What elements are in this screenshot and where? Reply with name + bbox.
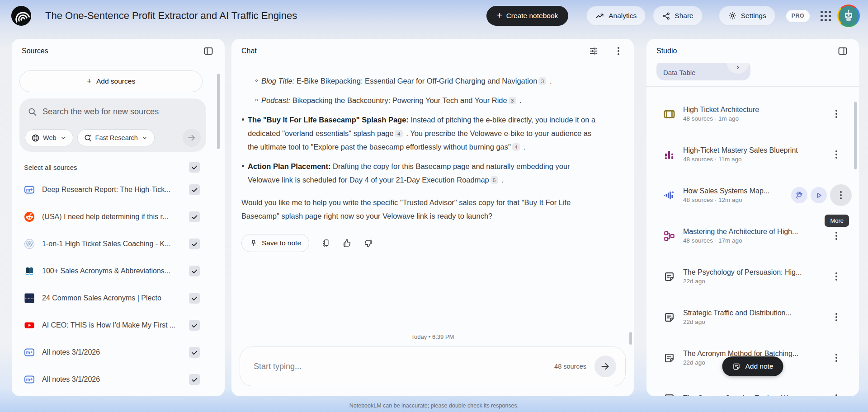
select-all-checkbox[interactable] bbox=[189, 162, 200, 173]
chat-message-area[interactable]: Blog Title: E-Bike Bikepacking: Essentia… bbox=[231, 63, 634, 331]
source-title: 100+ Sales Acronyms & Abbreviations... bbox=[42, 267, 182, 275]
search-input[interactable]: Search the web for new sources bbox=[42, 107, 159, 117]
chevron-down-icon bbox=[141, 134, 148, 141]
copy-icon[interactable] bbox=[321, 239, 330, 248]
studio-item-menu-kebab-icon[interactable] bbox=[831, 393, 842, 396]
flashcards-icon bbox=[663, 108, 675, 120]
more-kebab-icon[interactable] bbox=[830, 184, 852, 206]
source-checkbox[interactable] bbox=[189, 184, 200, 195]
studio-scrollbar[interactable] bbox=[854, 102, 857, 169]
source-row[interactable]: m+All notes 3/1/2026 bbox=[12, 339, 225, 366]
play-icon[interactable] bbox=[811, 187, 827, 203]
chat-input[interactable] bbox=[254, 362, 554, 371]
source-row[interactable]: 1-on-1 High Ticket Sales Coaching - K... bbox=[12, 230, 225, 258]
chevron-down-icon bbox=[60, 134, 67, 141]
studio-item-menu-kebab-icon[interactable] bbox=[831, 108, 842, 119]
tune-icon[interactable] bbox=[588, 45, 599, 57]
text-segment: . bbox=[500, 176, 504, 184]
source-checkbox[interactable] bbox=[189, 293, 200, 304]
chat-header: Chat bbox=[231, 39, 634, 63]
text-segment: Blog Title: bbox=[261, 77, 294, 85]
source-row[interactable]: m+All notes 3/1/2026 bbox=[12, 366, 225, 393]
source-checkbox[interactable] bbox=[189, 374, 200, 385]
source-row[interactable]: PLECTO24 Common Sales Acronyms | Plecto bbox=[12, 285, 225, 312]
analytics-label: Analytics bbox=[609, 12, 637, 20]
analytics-button[interactable]: Analytics bbox=[586, 6, 646, 26]
add-note-button[interactable]: Add note bbox=[722, 356, 783, 376]
share-button[interactable]: Share bbox=[653, 6, 702, 26]
studio-item-row[interactable]: The Psychology of Persuasion: Hig...22d … bbox=[646, 256, 859, 297]
share-label: Share bbox=[675, 12, 693, 20]
pro-badge: PRO bbox=[786, 10, 810, 22]
panel-collapse-icon[interactable] bbox=[202, 45, 215, 57]
studio-item-menu-kebab-icon[interactable] bbox=[831, 149, 842, 160]
studio-item-row[interactable]: The Content Creation Engine: Wee... bbox=[646, 378, 859, 396]
gear-icon bbox=[728, 11, 737, 20]
source-checkbox[interactable] bbox=[189, 211, 200, 222]
apps-grid-icon[interactable] bbox=[821, 11, 831, 21]
studio-item-row[interactable]: Strategic Traffic and Distribution...22d… bbox=[646, 297, 859, 337]
studio-item-menu-kebab-icon[interactable] bbox=[831, 271, 842, 282]
chat-menu-kebab-icon[interactable] bbox=[613, 46, 624, 56]
search-submit-button[interactable] bbox=[183, 129, 201, 147]
source-row[interactable]: m+Deep Research Report: The High-Tick... bbox=[12, 176, 225, 203]
panel-collapse-icon[interactable] bbox=[836, 45, 849, 57]
thumbs-down-icon[interactable] bbox=[363, 239, 373, 248]
source-row[interactable]: 100+ Sales Acronyms & Abbreviations... bbox=[12, 258, 225, 285]
studio-item-row[interactable]: High Ticket Architecture48 sources · 1m … bbox=[646, 94, 859, 134]
settings-label: Settings bbox=[741, 12, 766, 20]
user-avatar[interactable] bbox=[837, 5, 860, 27]
venn-favicon-icon bbox=[24, 239, 35, 249]
chat-text: Blog Title: E-Bike Bikepacking: Essentia… bbox=[261, 74, 552, 88]
search-input-row[interactable]: Search the web for new sources bbox=[19, 98, 206, 117]
source-checkbox[interactable] bbox=[189, 347, 200, 358]
thumbs-up-icon[interactable] bbox=[342, 239, 352, 248]
note-source-icon: m+ bbox=[24, 347, 35, 358]
create-notebook-button[interactable]: + Create notebook bbox=[486, 6, 568, 26]
text-segment: The "Buy It For Life Basecamp" Splash Pa… bbox=[248, 116, 409, 124]
studio-item-row[interactable]: How Sales Systems Map...48 sources · 12m… bbox=[646, 175, 859, 215]
citation-badge[interactable]: 3 bbox=[509, 97, 516, 104]
citation-badge[interactable]: 5 bbox=[491, 176, 498, 184]
globe-icon bbox=[31, 134, 40, 142]
studio-item-title: The Content Creation Engine: Wee... bbox=[683, 394, 831, 396]
studio-item-menu-kebab-icon[interactable] bbox=[831, 352, 842, 363]
studio-item-text: Strategic Traffic and Distribution...22d… bbox=[683, 309, 831, 325]
studio-item-menu-kebab-icon[interactable] bbox=[831, 312, 842, 323]
web-dropdown[interactable]: Web bbox=[25, 129, 73, 146]
source-title: AI CEO: THIS is How I'd Make My First ..… bbox=[42, 321, 182, 329]
research-mode-dropdown[interactable]: Fast Research bbox=[77, 129, 155, 146]
studio-panel: Studio Data Table › High Ticket Architec… bbox=[646, 39, 859, 396]
source-checkbox[interactable] bbox=[189, 239, 200, 249]
bullet-marker bbox=[255, 74, 261, 88]
source-checkbox[interactable] bbox=[189, 266, 200, 276]
studio-item-menu-kebab-icon[interactable] bbox=[831, 230, 842, 241]
sources-scrollbar[interactable] bbox=[217, 74, 220, 149]
text-segment: Podcast: bbox=[261, 96, 290, 104]
citation-badge[interactable]: 4 bbox=[512, 143, 520, 151]
add-sources-label: Add sources bbox=[96, 77, 135, 85]
studio-item-text: High Ticket Architecture48 sources · 1m … bbox=[683, 106, 831, 122]
save-to-note-button[interactable]: Save to note bbox=[241, 234, 309, 252]
chat-scrollbar[interactable] bbox=[629, 332, 632, 345]
citation-badge[interactable]: 3 bbox=[538, 77, 546, 85]
source-row[interactable]: (USA) I need help determining if this r.… bbox=[12, 203, 225, 230]
studio-item-title: High Ticket Architecture bbox=[683, 106, 831, 114]
reddit-icon bbox=[24, 211, 35, 222]
studio-item-meta: 22d ago bbox=[683, 278, 831, 285]
interactive-hand-icon[interactable] bbox=[791, 187, 807, 203]
sticky-note-icon bbox=[663, 311, 675, 323]
citation-badge[interactable]: 4 bbox=[395, 130, 403, 137]
plus-icon: + bbox=[497, 11, 502, 20]
text-segment: . bbox=[547, 77, 552, 85]
share-icon bbox=[662, 12, 670, 20]
bullet-marker bbox=[255, 94, 261, 107]
send-button[interactable] bbox=[594, 356, 616, 377]
notebooklm-logo[interactable] bbox=[11, 5, 32, 26]
settings-button[interactable]: Settings bbox=[719, 6, 775, 26]
studio-item-row[interactable]: High-Ticket Mastery Sales Blueprint48 so… bbox=[646, 134, 859, 175]
source-checkbox[interactable] bbox=[189, 320, 200, 331]
chat-input-container: 48 sources bbox=[240, 346, 626, 386]
add-sources-button[interactable]: + Add sources bbox=[19, 70, 203, 92]
source-row[interactable]: AI CEO: THIS is How I'd Make My First ..… bbox=[12, 312, 225, 339]
